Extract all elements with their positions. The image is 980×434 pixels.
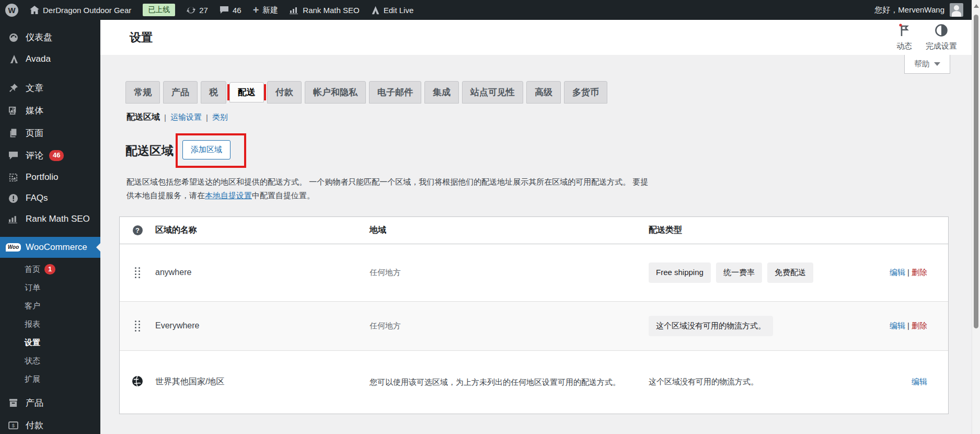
submenu-item-home[interactable]: 首页 1: [0, 260, 100, 279]
method-badge: 这个区域没有可用的物流方式。: [649, 316, 773, 336]
tab-tax[interactable]: 税: [201, 81, 226, 104]
sidebar-item-pages[interactable]: 页面: [0, 122, 100, 144]
sidebar-item-label: 文章: [26, 82, 43, 94]
edit-live-menu[interactable]: Edit Live: [371, 6, 414, 15]
tab-shipping[interactable]: 配送: [229, 82, 264, 102]
home-icon: [30, 6, 39, 14]
avada-icon: [371, 6, 380, 15]
column-header-zone-name: 区域的名称: [155, 225, 370, 236]
faq-icon: [7, 193, 20, 203]
update-count: 27: [199, 6, 208, 15]
submenu-item-extensions[interactable]: 扩展: [0, 370, 100, 389]
new-content-menu[interactable]: + 新建: [253, 5, 279, 15]
column-header-methods: 配送类型: [649, 225, 855, 236]
scrollbar-up-arrow[interactable]: [974, 4, 979, 8]
local-pickup-settings-link[interactable]: 本地自提设置: [205, 191, 252, 200]
updates-menu[interactable]: 27: [187, 6, 208, 15]
sidebar-item-media[interactable]: 媒体: [0, 99, 100, 122]
dashboard-icon: [7, 32, 20, 43]
sidebar-item-woocommerce[interactable]: Woo WooCommerce: [0, 237, 100, 258]
submenu-item-reports[interactable]: 报表: [0, 315, 100, 334]
tab-general[interactable]: 常规: [125, 81, 160, 104]
activity-button[interactable]: 动态: [896, 24, 912, 51]
avada-icon: [7, 54, 20, 64]
sidebar-item-payments[interactable]: $ 付款: [0, 414, 100, 434]
edit-zone-link[interactable]: 编辑: [912, 377, 927, 386]
submenu-item-status[interactable]: 状态: [0, 352, 100, 370]
subnav-link-shipping-settings[interactable]: 运输设置: [170, 112, 202, 122]
annotation-box-add-zone: 添加区域: [176, 133, 246, 168]
globe-icon: [132, 375, 143, 389]
tab-site-visibility[interactable]: 站点可见性: [462, 81, 523, 104]
submenu-label: 订单: [25, 283, 40, 293]
submenu-item-settings[interactable]: 设置: [0, 334, 100, 352]
sidebar-item-label: Portfolio: [26, 172, 58, 182]
greeting-text: 您好，MervenWang: [874, 5, 944, 15]
zone-region: 您可以使用该可选区域，为上方未列出的任何地区设置可用的配送方式。: [370, 375, 649, 389]
shipping-zones-heading: 配送区域: [125, 143, 174, 159]
tab-emails[interactable]: 电子邮件: [369, 81, 421, 104]
account-menu[interactable]: 您好，MervenWang: [874, 3, 963, 17]
wordpress-logo-icon[interactable]: W: [5, 4, 18, 17]
site-menu[interactable]: DerDragon Outdoor Gear: [30, 6, 131, 15]
page-scrollbar[interactable]: [972, 0, 980, 434]
page-header: 设置 动态 完成设置: [100, 20, 980, 55]
sidebar-item-label: Rank Math SEO: [26, 214, 90, 224]
sidebar-item-portfolio[interactable]: Portfolio: [0, 167, 100, 188]
rank-math-label: Rank Math SEO: [303, 6, 359, 15]
rank-math-icon: [7, 215, 20, 223]
comment-count: 46: [233, 6, 241, 15]
drag-handle-icon[interactable]: [135, 267, 141, 278]
tab-advanced[interactable]: 高级: [526, 81, 561, 104]
sidebar-item-rank-math[interactable]: Rank Math SEO: [0, 209, 100, 230]
finish-setup-button[interactable]: 完成设置: [926, 24, 957, 51]
help-label: 帮助: [914, 59, 930, 69]
tab-multi-currency[interactable]: 多货币: [564, 81, 607, 104]
submenu-label: 客户: [25, 301, 40, 311]
sidebar-item-avada[interactable]: Avada: [0, 49, 100, 70]
add-zone-button[interactable]: 添加区域: [182, 140, 230, 159]
comment-icon: [7, 151, 20, 160]
tab-payments[interactable]: 付款: [267, 81, 302, 104]
avatar: [950, 3, 963, 17]
sidebar-item-label: FAQs: [26, 193, 48, 203]
sidebar-item-faqs[interactable]: FAQs: [0, 188, 100, 209]
rank-math-menu[interactable]: Rank Math SEO: [290, 6, 359, 15]
shipping-subnav: 配送区域 | 运输设置 | 类别: [126, 112, 980, 123]
tab-accounts-privacy[interactable]: 帐户和隐私: [305, 81, 366, 104]
shipping-zones-table: ? 区域的名称 地域 配送类型 anywhere 任何地方 Free shipp…: [119, 216, 949, 414]
submenu-label: 状态: [25, 356, 40, 366]
sidebar-item-posts[interactable]: 文章: [0, 77, 100, 99]
sidebar-item-products[interactable]: 产品: [0, 392, 100, 414]
settings-tabs: 常规 产品 税 配送 付款 帐户和隐私 电子邮件 集成 站点可见性 高级 多货币: [125, 81, 980, 104]
chevron-down-icon: [934, 62, 940, 66]
submenu-label: 报表: [25, 319, 40, 329]
edit-live-label: Edit Live: [384, 6, 414, 15]
action-separator: |: [907, 321, 909, 330]
submenu-item-orders[interactable]: 订单: [0, 279, 100, 297]
sidebar-item-label: 付款: [26, 419, 43, 431]
comments-menu[interactable]: 46: [220, 6, 241, 15]
table-row-rest-of-world: 世界其他国家/地区 您可以使用该可选区域，为上方未列出的任何地区设置可用的配送方…: [120, 351, 948, 414]
drag-handle-icon[interactable]: [135, 321, 141, 332]
site-name: DerDragon Outdoor Gear: [43, 6, 131, 15]
table-help-icon[interactable]: ?: [133, 225, 143, 235]
delete-zone-link[interactable]: 删除: [912, 321, 927, 330]
sidebar-item-label: 评论: [26, 150, 43, 162]
description-text: 中配置自提位置。: [252, 191, 315, 200]
sidebar-item-label: 媒体: [26, 105, 43, 117]
edit-zone-link[interactable]: 编辑: [890, 321, 905, 330]
action-separator: |: [907, 268, 909, 277]
tab-integration[interactable]: 集成: [424, 81, 459, 104]
sidebar-item-comments[interactable]: 评论 46: [0, 144, 100, 167]
submenu-item-customers[interactable]: 客户: [0, 297, 100, 315]
delete-zone-link[interactable]: 删除: [912, 268, 927, 277]
tab-products[interactable]: 产品: [163, 81, 198, 104]
edit-zone-link[interactable]: 编辑: [890, 268, 905, 277]
scrollbar-thumb[interactable]: [974, 15, 978, 328]
help-dropdown[interactable]: 帮助: [904, 55, 950, 74]
subnav-link-classes[interactable]: 类别: [212, 112, 228, 122]
sidebar-item-dashboard[interactable]: 仪表盘: [0, 26, 100, 49]
activity-flag-icon: [898, 24, 910, 39]
finish-setup-icon: [935, 24, 948, 39]
